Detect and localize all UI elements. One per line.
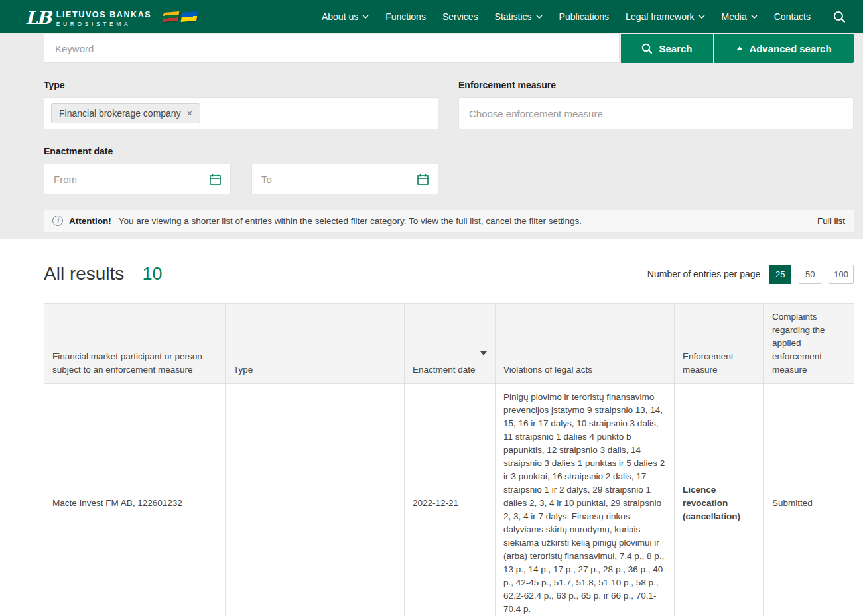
enactment-date-filter: Enactment date — [44, 146, 854, 194]
cell-enforcement-measure: Licence revocation (cancellation) — [675, 384, 764, 616]
type-filter: Type Financial brokerage company × — [44, 63, 438, 129]
date-to-input[interactable] — [261, 174, 412, 185]
type-filter-chip: Financial brokerage company × — [51, 103, 200, 123]
nav-label: Contacts — [774, 11, 811, 22]
nav-media[interactable]: Media — [722, 11, 758, 22]
per-page-option-50[interactable]: 50 — [799, 265, 821, 284]
keyword-search-row: Search Advanced search — [44, 34, 854, 63]
chevron-down-icon — [751, 15, 758, 19]
search-button[interactable]: Search — [621, 34, 713, 63]
search-icon — [641, 43, 653, 54]
nav-legal-framework[interactable]: Legal framework — [626, 11, 705, 22]
calendar-icon[interactable] — [417, 174, 429, 185]
column-header-label: Complaints regarding the applied enforce… — [772, 312, 825, 375]
col-header-complaints: Complaints regarding the applied enforce… — [764, 304, 854, 384]
date-range-row — [44, 164, 854, 194]
results-section: All results 10 Number of entries per pag… — [0, 239, 863, 616]
logo-text: LIETUVOS BANKAS EUROSISTEMA — [56, 5, 151, 27]
column-header-label: Type — [233, 365, 253, 375]
column-header-label: Enforcement measure — [683, 351, 734, 375]
lithuania-flag-icon — [163, 11, 180, 22]
bank-logo[interactable]: LB LIETUVOS BANKAS EUROSISTEMA — [25, 5, 197, 29]
filter-notice-bar: i Attention! You are viewing a shorter l… — [44, 210, 854, 232]
sort-indicator — [413, 346, 487, 359]
col-header-enactment-date[interactable]: Enactment date — [405, 304, 496, 384]
advanced-search-label: Advanced search — [749, 43, 831, 54]
advanced-search-button[interactable]: Advanced search — [714, 34, 854, 63]
filters-grid: Type Financial brokerage company × Enfor… — [44, 63, 854, 129]
chevron-down-icon — [698, 15, 705, 19]
results-header: All results 10 Number of entries per pag… — [44, 263, 854, 284]
table-row: Macte Invest FM AB, 122601232 2022-12-21… — [44, 384, 854, 616]
notice-text: You are viewing a shorter list of entrie… — [119, 216, 582, 226]
chevron-down-icon — [536, 15, 543, 19]
search-icon — [833, 11, 846, 23]
cell-enactment-date: 2022-12-21 — [405, 384, 496, 616]
logo-title: LIETUVOS BANKAS — [56, 10, 151, 19]
chevron-down-icon — [362, 15, 369, 19]
chip-label: Financial brokerage company — [59, 108, 181, 119]
enforcement-measure-select[interactable] — [458, 97, 854, 129]
calendar-icon[interactable] — [210, 174, 221, 185]
col-header-participant: Financial market participant or person s… — [44, 304, 226, 384]
nav-label: Publications — [559, 11, 610, 22]
page-title: All results — [44, 263, 124, 284]
type-select[interactable]: Financial brokerage company × — [44, 97, 438, 129]
full-list-link[interactable]: Full list — [817, 216, 845, 226]
col-header-violations: Violations of legal acts — [496, 304, 675, 384]
results-count: 10 — [142, 264, 162, 284]
cell-complaints: Submitted — [764, 384, 854, 616]
per-page-control: Number of entries per page 25 50 100 — [647, 265, 854, 284]
per-page-option-100[interactable]: 100 — [829, 265, 854, 284]
nav-publications[interactable]: Publications — [559, 11, 610, 22]
flags — [163, 5, 197, 21]
date-from-field — [44, 164, 231, 194]
triangle-up-icon — [736, 46, 743, 50]
col-header-type: Type — [226, 304, 405, 384]
enforcement-filter-label: Enforcement measure — [458, 80, 854, 90]
cell-violations: Pinigų plovimo ir teroristų finansavimo … — [496, 384, 675, 616]
logo-subtitle: EUROSISTEMA — [56, 21, 151, 27]
nav-label: Media — [722, 11, 747, 22]
per-page-option-25[interactable]: 25 — [769, 265, 791, 284]
nav-contacts[interactable]: Contacts — [774, 11, 811, 22]
results-table: Financial market participant or person s… — [44, 303, 854, 616]
nav-about-us[interactable]: About us — [322, 11, 369, 22]
nav-statistics[interactable]: Statistics — [495, 11, 543, 22]
ukraine-flag-icon — [181, 11, 198, 22]
column-header-label: Violations of legal acts — [503, 365, 592, 375]
nav-functions[interactable]: Functions — [385, 11, 426, 22]
per-page-label: Number of entries per page — [647, 269, 760, 279]
header-search-button[interactable] — [833, 11, 846, 23]
table-header-row: Financial market participant or person s… — [44, 304, 854, 384]
enforcement-measure-filter: Enforcement measure — [458, 63, 854, 129]
nav-label: About us — [322, 11, 358, 22]
sort-descending-icon[interactable] — [480, 351, 487, 355]
nav-label: Statistics — [495, 11, 532, 22]
column-header-label: Enactment date — [413, 365, 476, 375]
col-header-enforcement-measure: Enforcement measure — [675, 304, 764, 384]
main-nav: About us Functions Services Statistics P… — [322, 11, 811, 22]
nav-label: Services — [442, 11, 478, 22]
nav-services[interactable]: Services — [442, 11, 478, 22]
date-to-field — [251, 164, 438, 194]
notice-title: Attention! — [69, 216, 111, 226]
cell-participant: Macte Invest FM AB, 122601232 — [44, 384, 226, 616]
search-filter-panel: Search Advanced search Type Financial br… — [0, 33, 863, 239]
lb-monogram-icon: LB — [25, 5, 50, 29]
nav-label: Functions — [385, 11, 426, 22]
close-icon[interactable]: × — [187, 109, 192, 118]
search-button-label: Search — [659, 43, 692, 54]
type-filter-label: Type — [44, 80, 438, 90]
column-header-label: Financial market participant or person s… — [52, 351, 202, 375]
date-from-input[interactable] — [54, 174, 204, 185]
info-icon: i — [52, 216, 63, 226]
top-navigation-bar: LB LIETUVOS BANKAS EUROSISTEMA About us … — [0, 0, 863, 33]
cell-type — [226, 384, 405, 616]
enactment-date-label: Enactment date — [44, 146, 854, 156]
keyword-input[interactable] — [44, 34, 620, 63]
nav-label: Legal framework — [626, 11, 695, 22]
